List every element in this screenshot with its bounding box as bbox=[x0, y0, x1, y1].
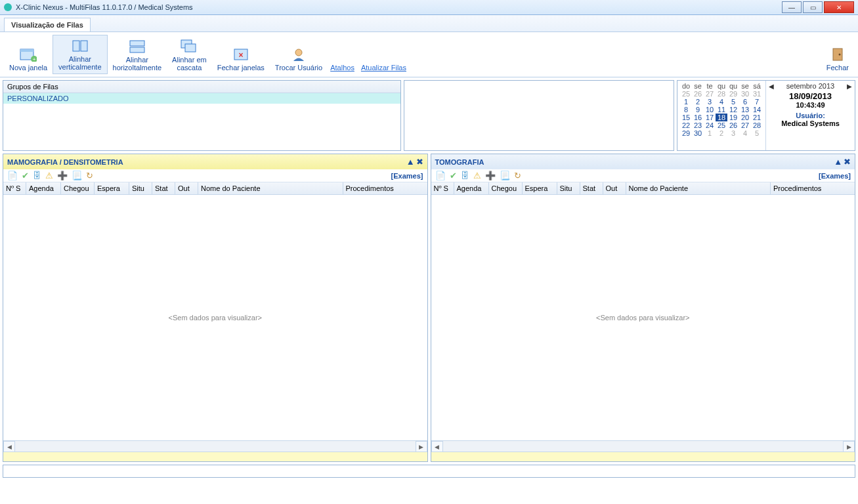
col-nome[interactable]: Nome do Paciente bbox=[198, 182, 343, 194]
col-espera[interactable]: Espera bbox=[95, 182, 129, 194]
calendar-day[interactable]: 19 bbox=[727, 114, 739, 121]
exames-link[interactable]: [Exames] bbox=[819, 172, 851, 180]
atualizar-filas-link[interactable]: Atualizar Filas bbox=[361, 64, 406, 72]
fechar-janelas-button[interactable]: × Fechar janelas bbox=[212, 44, 270, 74]
atalhos-link[interactable]: Atalhos bbox=[330, 64, 354, 72]
calendar-day[interactable]: 2 bbox=[716, 129, 727, 137]
calendar-day[interactable]: 6 bbox=[739, 98, 751, 106]
check-icon[interactable]: ✔ bbox=[450, 171, 457, 180]
calendar-day[interactable]: 4 bbox=[716, 98, 727, 106]
close-window-button[interactable]: ✕ bbox=[824, 1, 854, 13]
calendar-day[interactable]: 10 bbox=[704, 106, 716, 114]
col-out[interactable]: Out bbox=[603, 182, 626, 194]
alinhar-horizontal-button[interactable]: Alinhar horizoltalmente bbox=[108, 36, 167, 74]
prev-month-button[interactable]: ◀ bbox=[769, 83, 774, 90]
tab-visualizacao[interactable]: Visualização de Filas bbox=[4, 18, 91, 32]
alinhar-vertical-button[interactable]: Alinhar verticalmente bbox=[53, 35, 107, 74]
col-agenda[interactable]: Agenda bbox=[26, 182, 61, 194]
calendar-day[interactable]: 3 bbox=[727, 129, 739, 137]
col-proc[interactable]: Procedimentos bbox=[771, 182, 855, 194]
col-situ[interactable]: Situ bbox=[129, 182, 152, 194]
db-icon[interactable]: 🗄 bbox=[33, 171, 41, 180]
calendar-day[interactable]: 26 bbox=[727, 121, 739, 129]
warning-icon[interactable]: ⚠ bbox=[45, 171, 53, 180]
grupo-row-personalizado[interactable]: PERSONALIZADO bbox=[3, 93, 400, 104]
calendar-day[interactable]: 27 bbox=[704, 90, 716, 98]
collapse-icon[interactable]: ▲ bbox=[406, 157, 415, 167]
calendar-day[interactable]: 29 bbox=[680, 129, 692, 137]
calendar-day[interactable]: 21 bbox=[751, 114, 763, 121]
calendar-day[interactable]: 16 bbox=[692, 114, 704, 121]
fechar-janelas-label: Fechar janelas bbox=[217, 64, 265, 72]
maximize-button[interactable]: ▭ bbox=[803, 1, 823, 13]
next-month-button[interactable]: ▶ bbox=[847, 83, 852, 90]
calendar-day[interactable]: 2 bbox=[692, 98, 704, 106]
trocar-usuario-button[interactable]: Trocar Usuário bbox=[270, 44, 328, 74]
fechar-button[interactable]: Fechar bbox=[821, 44, 854, 74]
calendar-day[interactable]: 13 bbox=[739, 106, 751, 114]
alinhar-cascata-button[interactable]: Alinhar em cascata bbox=[167, 36, 212, 74]
calendar-day[interactable]: 25 bbox=[716, 121, 727, 129]
col-no[interactable]: Nº S bbox=[431, 182, 454, 194]
calendar-day[interactable]: 25 bbox=[680, 90, 692, 98]
calendar-day[interactable]: 23 bbox=[692, 121, 704, 129]
check-icon[interactable]: ✔ bbox=[22, 171, 29, 180]
calendar-day[interactable]: 5 bbox=[751, 129, 763, 137]
minimize-button[interactable]: — bbox=[782, 1, 802, 13]
add-icon[interactable]: ➕ bbox=[57, 171, 68, 180]
calendar-day[interactable]: 11 bbox=[716, 106, 727, 114]
calendar-day[interactable]: 9 bbox=[692, 106, 704, 114]
col-nome[interactable]: Nome do Paciente bbox=[626, 182, 771, 194]
col-proc[interactable]: Procedimentos bbox=[343, 182, 427, 194]
calendar-day[interactable]: 15 bbox=[680, 114, 692, 121]
col-stat[interactable]: Stat bbox=[580, 182, 603, 194]
db-icon[interactable]: 🗄 bbox=[461, 171, 469, 180]
calendar-day[interactable]: 17 bbox=[704, 114, 716, 121]
calendar-day[interactable]: 1 bbox=[704, 129, 716, 137]
add-icon[interactable]: ➕ bbox=[485, 171, 496, 180]
calendar-day[interactable]: 26 bbox=[692, 90, 704, 98]
calendar-day[interactable]: 5 bbox=[727, 98, 739, 106]
col-situ[interactable]: Situ bbox=[557, 182, 580, 194]
calendar-day[interactable]: 27 bbox=[739, 121, 751, 129]
doc-icon[interactable]: 📄 bbox=[435, 171, 446, 180]
col-stat[interactable]: Stat bbox=[152, 182, 175, 194]
calendar-day[interactable]: 20 bbox=[739, 114, 751, 121]
calendar-day[interactable]: 30 bbox=[692, 129, 704, 137]
calendar-day[interactable]: 1 bbox=[680, 98, 692, 106]
horizontal-scrollbar[interactable]: ◀ ▶ bbox=[431, 440, 855, 452]
col-no[interactable]: Nº S bbox=[3, 182, 26, 194]
refresh-icon[interactable]: ↻ bbox=[514, 171, 521, 180]
calendar-day[interactable]: 8 bbox=[680, 106, 692, 114]
calendar-day[interactable]: 3 bbox=[704, 98, 716, 106]
calendar-day[interactable]: 22 bbox=[680, 121, 692, 129]
close-panel-icon[interactable]: ✖ bbox=[844, 157, 851, 167]
calendar-day[interactable]: 4 bbox=[739, 129, 751, 137]
calendar-day[interactable]: 18 bbox=[716, 114, 727, 121]
refresh-icon[interactable]: ↻ bbox=[86, 171, 93, 180]
collapse-icon[interactable]: ▲ bbox=[834, 157, 842, 167]
col-agenda[interactable]: Agenda bbox=[454, 182, 489, 194]
calendar-day[interactable]: 31 bbox=[751, 90, 763, 98]
calendar-day[interactable]: 24 bbox=[704, 121, 716, 129]
doc-icon[interactable]: 📄 bbox=[7, 171, 18, 180]
page-icon[interactable]: 📃 bbox=[500, 171, 510, 180]
close-panel-icon[interactable]: ✖ bbox=[416, 157, 423, 167]
col-chegou[interactable]: Chegou bbox=[489, 182, 523, 194]
calendar-day[interactable]: 28 bbox=[716, 90, 727, 98]
exames-link[interactable]: [Exames] bbox=[391, 172, 423, 180]
col-chegou[interactable]: Chegou bbox=[61, 182, 95, 194]
calendar-day[interactable]: 30 bbox=[739, 90, 751, 98]
calendar-day[interactable]: 28 bbox=[751, 121, 763, 129]
calendar-day[interactable]: 14 bbox=[751, 106, 763, 114]
col-espera[interactable]: Espera bbox=[523, 182, 557, 194]
calendar[interactable]: doseteququsesá 2526272829303112345678910… bbox=[677, 81, 765, 150]
calendar-day[interactable]: 29 bbox=[727, 90, 739, 98]
nova-janela-button[interactable]: + Nova janela bbox=[4, 44, 53, 74]
page-icon[interactable]: 📃 bbox=[72, 171, 82, 180]
col-out[interactable]: Out bbox=[175, 182, 198, 194]
calendar-day[interactable]: 12 bbox=[727, 106, 739, 114]
calendar-day[interactable]: 7 bbox=[751, 98, 763, 106]
warning-icon[interactable]: ⚠ bbox=[473, 171, 481, 180]
horizontal-scrollbar[interactable]: ◀ ▶ bbox=[3, 440, 427, 452]
